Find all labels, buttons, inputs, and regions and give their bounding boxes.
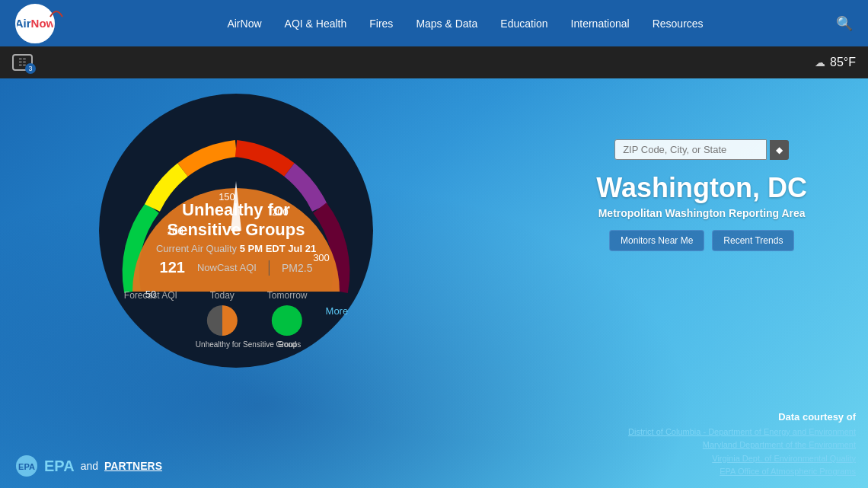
nav-item-fires[interactable]: Fires (369, 18, 393, 30)
today-circle (207, 305, 238, 336)
metro-name: Metropolitan Washington Reporting Area (596, 207, 807, 219)
monitors-near-me-button[interactable]: Monitors Near Me (609, 230, 704, 251)
right-panel: ◆ Washington, DC Metropolitan Washington… (596, 139, 807, 251)
svg-text:EPA: EPA (18, 462, 35, 471)
logo[interactable]: AirNow (15, 4, 64, 43)
credits-title: Data courtesy of (628, 411, 856, 423)
divider (269, 260, 270, 276)
credit-link-0[interactable]: District of Columbia - Department of Ene… (628, 426, 856, 439)
city-name: Washington, DC (596, 172, 807, 204)
credit-link-2[interactable]: Virginia Dept. of Environmental Quality (628, 452, 856, 466)
gauge-info: Current Air Quality 5 PM EDT Jul 21 121 … (156, 243, 316, 276)
epa-icon: EPA (15, 455, 38, 477)
nav-item-resources[interactable]: Resources (653, 18, 704, 30)
cloud-icon: ☁ (815, 56, 825, 69)
forecast-label-item: Forecast AQI (124, 290, 177, 304)
recent-trends-button[interactable]: Recent Trends (712, 230, 794, 251)
navigation: AirNow AirNow AQI & Health Fires Maps & … (0, 0, 868, 46)
gauge-circle: 50 100 150 200 300 Unhealthy for Sensiti… (99, 94, 373, 368)
toolbar-right: ☁ 85°F (815, 56, 856, 69)
layers-icon[interactable]: ☷ 3 (12, 54, 33, 71)
epa-logo: EPA EPA and PARTNERS (15, 455, 162, 477)
pollutant-label: PM2.5 (282, 262, 312, 274)
action-buttons: Monitors Near Me Recent Trends (596, 230, 807, 251)
nav-item-international[interactable]: International (571, 18, 630, 30)
credit-link-1[interactable]: Maryland Department of the Environment (628, 439, 856, 452)
forecast-row: Forecast AQI Today Unhealthy for Sensiti… (124, 290, 348, 349)
gauge-status-text: Unhealthy for Sensitive Groups (160, 200, 312, 241)
logo-air: Air (15, 17, 31, 30)
epa-and: and (81, 460, 98, 472)
logo-arc-icon (49, 5, 64, 20)
nav-item-airnow[interactable]: AirNow (227, 18, 261, 30)
layers-badge: 3 (25, 63, 36, 74)
location-search-input[interactable] (614, 139, 767, 160)
nav-item-education[interactable]: Education (500, 18, 547, 30)
credit-link-3[interactable]: EPA Office of Atmospheric Programs (628, 465, 856, 479)
search-icon[interactable]: 🔍 (836, 15, 853, 32)
nav-item-maps-data[interactable]: Maps & Data (416, 18, 477, 30)
epa-text: EPA (44, 458, 75, 475)
aqi-label: NowCast AQI (197, 262, 257, 273)
footer-credits: Data courtesy of District of Columbia - … (628, 411, 856, 479)
toolbar: ☷ 3 ☁ 85°F (0, 46, 868, 78)
search-row: ◆ (596, 139, 807, 160)
partners-text: PARTNERS (104, 460, 162, 472)
temperature-display: 85°F (830, 56, 856, 69)
nav-links: AirNow AQI & Health Fires Maps & Data Ed… (94, 18, 836, 30)
location-search-button[interactable]: ◆ (770, 140, 789, 160)
toolbar-left: ☷ 3 (12, 54, 33, 71)
forecast-tomorrow: Tomorrow Good (267, 290, 308, 349)
aqi-value: 121 (160, 259, 185, 276)
gauge-container: 50 100 150 200 300 Unhealthy for Sensiti… (99, 94, 388, 383)
forecast-today: Today Unhealthy for Sensitive Groups (196, 290, 249, 349)
forecast-more-link[interactable]: More (326, 305, 349, 317)
nav-item-aqi-health[interactable]: AQI & Health (285, 18, 347, 30)
tomorrow-circle (272, 305, 302, 336)
main-content: 50 100 150 200 300 Unhealthy for Sensiti… (0, 78, 868, 488)
